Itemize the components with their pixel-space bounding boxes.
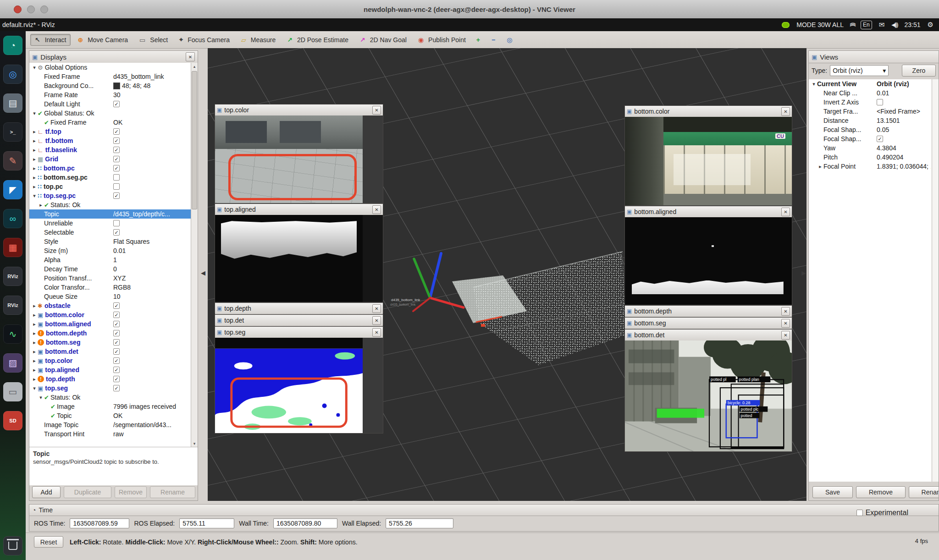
files-app-icon[interactable]: ▤ — [3, 93, 22, 113]
viewport[interactable]: d435_bottom_link d435_bottom_link ▣ top.… — [208, 48, 806, 501]
displays-row-bottom-pc[interactable]: ▸∷bottom.pc✓ — [29, 164, 191, 173]
checkbox[interactable] — [113, 183, 120, 190]
displays-row-global-options[interactable]: ▾⚙Global Options — [29, 63, 191, 72]
expander-icon[interactable]: ▾ — [31, 385, 38, 391]
add-button[interactable]: Add — [32, 486, 61, 498]
save-button[interactable]: Save — [812, 486, 853, 498]
expander-icon[interactable]: ▸ — [31, 349, 38, 355]
views-row-invert-z-axis[interactable]: Invert Z Axis — [809, 98, 932, 107]
duplicate-button[interactable]: Duplicate — [64, 486, 111, 498]
add-tool-button[interactable]: + — [473, 34, 486, 46]
remove-button[interactable]: Remove — [856, 486, 906, 498]
close-icon[interactable] — [372, 205, 381, 214]
displays-row-status-ok[interactable]: ▸✔Status: Ok — [29, 200, 191, 209]
displays-row-bottom-det[interactable]: ▸▣bottom.det✓ — [29, 347, 191, 356]
displays-row-decay-time[interactable]: Decay Time0 — [29, 264, 191, 274]
checkbox[interactable]: ✓ — [113, 357, 120, 364]
remove-tool-button[interactable]: − — [488, 34, 501, 46]
tool-2d-nav-goal[interactable]: ↗2D Nav Goal — [355, 34, 411, 46]
wifi-icon[interactable]: ))) — [849, 23, 856, 27]
displays-scrollbar[interactable]: ▴ ▾ — [191, 63, 198, 447]
checkbox[interactable] — [113, 174, 120, 181]
panel-bottom-det[interactable]: ▣ bottom.det — [624, 329, 792, 452]
checkbox[interactable]: ✓ — [113, 229, 120, 236]
zero-button[interactable]: Zero — [902, 65, 936, 77]
expander-icon[interactable]: ▸ — [31, 321, 38, 327]
displays-panel-header[interactable]: ▣ Displays — [29, 51, 198, 63]
expander-icon[interactable]: ▸ — [31, 165, 38, 171]
ros-time-value[interactable]: 1635087089.59 — [70, 518, 129, 528]
displays-row-frame-rate[interactable]: Frame Rate30 — [29, 90, 191, 99]
vscode-app-icon[interactable]: ◤ — [3, 180, 22, 199]
panel-top-color[interactable]: ▣ top.color — [215, 104, 383, 203]
expander-icon[interactable]: ▸ — [31, 129, 38, 135]
views-row-yaw[interactable]: Yaw4.3804 — [809, 143, 932, 153]
displays-row-bottom-seg-pc[interactable]: ▸∷bottom.seg.pc — [29, 173, 191, 182]
keyboard-layout-indicator[interactable]: En — [861, 21, 872, 29]
power-mode-label[interactable]: MODE 30W ALL — [796, 21, 844, 28]
displays-row-tf-bottom[interactable]: ▸∟tf.bottom✓ — [29, 136, 191, 145]
checkbox[interactable]: ✓ — [113, 376, 120, 382]
expander-icon[interactable]: ▸ — [31, 367, 38, 373]
wall-time-value[interactable]: 1635087089.80 — [273, 518, 337, 528]
close-icon[interactable] — [781, 307, 790, 316]
displays-row-global-status-ok[interactable]: ▾✔Global Status: Ok — [29, 109, 191, 118]
expander-icon[interactable]: ▸ — [31, 184, 38, 190]
mail-icon[interactable]: ✉ — [879, 21, 885, 29]
tool-move-camera[interactable]: ⊕Move Camera — [73, 34, 133, 46]
loop-app-icon[interactable]: ∞ — [3, 209, 22, 228]
ros-elapsed-value[interactable]: 5755.11 — [179, 518, 234, 528]
tool-2d-pose-estimate[interactable]: ↗2D Pose Estimate — [282, 34, 353, 46]
displays-row-position-transf[interactable]: Position Transf...XYZ — [29, 274, 191, 283]
tool-select[interactable]: ▭Select — [135, 34, 172, 46]
expander-icon[interactable]: ▸ — [31, 312, 38, 318]
expander-icon[interactable]: ▸ — [817, 164, 823, 170]
views-row-focal-point[interactable]: ▸Focal Point1.8391; 0.036044; ... — [809, 162, 932, 171]
red-grid-app-icon[interactable]: ▦ — [3, 238, 22, 257]
checkbox[interactable]: ✓ — [113, 367, 120, 373]
displays-row-status-ok[interactable]: ▾✔Status: Ok — [29, 393, 191, 402]
expander-icon[interactable]: ▸ — [31, 340, 38, 346]
displays-row-unreliable[interactable]: Unreliable — [29, 219, 191, 228]
tool-interact[interactable]: ↖Interact — [30, 34, 71, 46]
sd-card-app-icon[interactable]: SD — [3, 411, 22, 430]
panel-top-depth[interactable]: ▣ top.depth — [215, 302, 383, 313]
remove-button[interactable]: Remove — [115, 486, 147, 498]
displays-row-bottom-depth[interactable]: ▸!bottom.depth✓ — [29, 329, 191, 338]
panel-bottom-seg[interactable]: ▣ bottom.seg — [624, 317, 792, 328]
displays-row-grid[interactable]: ▸▦Grid✓ — [29, 154, 191, 164]
volume-icon[interactable]: ◀))) — [891, 22, 897, 28]
close-icon[interactable] — [372, 328, 381, 337]
views-row-distance[interactable]: Distance13.1501 — [809, 116, 932, 125]
expander-icon[interactable]: ▸ — [31, 303, 38, 309]
views-row-current-view[interactable]: ▾Current ViewOrbit (rviz) — [809, 79, 932, 88]
panel-bottom-color[interactable]: ▣ bottom.color CU — [624, 105, 792, 206]
rviz-app-icon[interactable]: RViz — [3, 267, 22, 286]
checkbox[interactable]: ✓ — [113, 147, 120, 153]
displays-row-fixed-frame[interactable]: Fixed Framed435_bottom_link — [29, 72, 191, 81]
displays-row-color-transfor[interactable]: Color Transfor...RGB8 — [29, 283, 191, 292]
displays-row-tf-top[interactable]: ▸∟tf.top✓ — [29, 127, 191, 136]
nvidia-icon[interactable] — [782, 22, 790, 28]
expander-icon[interactable]: ▸ — [31, 156, 38, 162]
close-icon[interactable] — [186, 52, 195, 61]
expander-icon[interactable]: ▾ — [38, 395, 44, 401]
checkbox[interactable]: ✓ — [113, 348, 120, 355]
expander-icon[interactable]: ▸ — [31, 138, 38, 144]
browser-app-icon[interactable]: ◎ — [3, 65, 22, 84]
displays-row-queue-size[interactable]: Queue Size10 — [29, 292, 191, 301]
displays-row-tf-baselink[interactable]: ▸∟tf.baselink✓ — [29, 145, 191, 154]
disk-app-icon[interactable]: ▭ — [3, 382, 22, 401]
wall-elapsed-value[interactable]: 5755.26 — [386, 518, 453, 528]
displays-row-topic[interactable]: ✔TopicOK — [29, 411, 191, 420]
displays-row-top-depth[interactable]: ▸!top.depth✓ — [29, 374, 191, 384]
rename-button[interactable]: Rename — [150, 486, 195, 498]
workspace-app-icon[interactable]: ◔ — [3, 36, 22, 55]
displays-row-bottom-seg[interactable]: ▸!bottom.seg✓ — [29, 338, 191, 347]
expander-icon[interactable]: ▾ — [31, 110, 38, 116]
displays-row-alpha[interactable]: Alpha1 — [29, 255, 191, 264]
collapse-left-icon[interactable]: ◀ — [201, 269, 205, 276]
displays-row-transport-hint[interactable]: Transport Hintraw — [29, 429, 191, 439]
scrollbar-thumb[interactable] — [192, 71, 197, 209]
scroll-up-icon[interactable]: ▴ — [191, 63, 198, 70]
